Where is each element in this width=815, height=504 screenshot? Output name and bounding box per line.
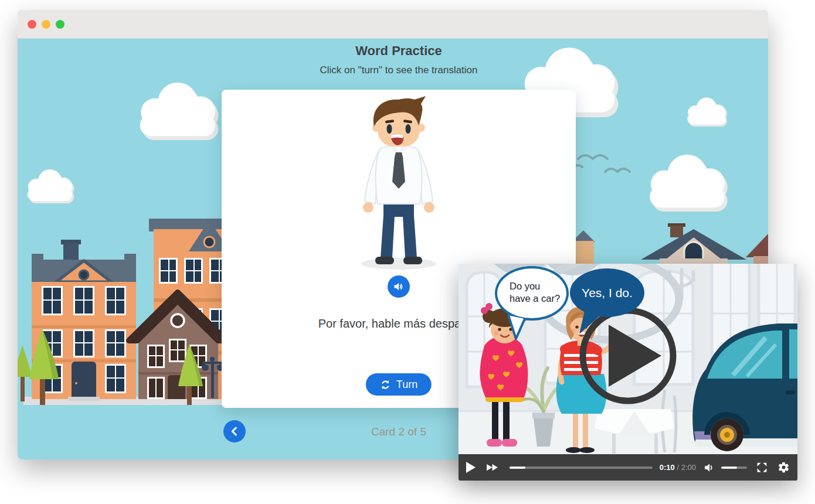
fast-forward-button[interactable] [485,463,500,472]
gear-icon [777,461,790,474]
screen: Word Practice Click on "turn" to see the… [0,0,815,504]
video-progress-fill [510,466,525,469]
turn-button-label: Turn [396,379,417,391]
cloud-illustration [681,96,732,127]
speech-bubble-tail [505,313,527,341]
speech-bubble-question: Do you have a car? [495,266,569,321]
close-window-button[interactable] [28,20,36,29]
time-duration: 2:00 [681,463,696,472]
refresh-icon [380,379,391,390]
cloud-illustration [21,167,79,203]
video-progress-bar[interactable] [510,466,653,469]
birds-illustration [575,147,639,179]
cityscape-illustration [18,210,230,406]
volume-fill [721,466,737,469]
turn-button[interactable]: Turn [366,373,432,396]
window-titlebar [18,10,768,39]
time-current: 0:10 [660,463,675,472]
cloud-illustration [638,151,736,212]
minimize-window-button[interactable] [42,20,50,29]
speaker-icon [393,281,405,292]
mute-button[interactable] [704,462,716,473]
play-button[interactable] [466,462,476,473]
cloud-illustration [128,79,227,140]
volume-slider[interactable] [721,466,747,469]
fast-forward-icon [485,463,500,472]
houses-illustration [572,223,768,265]
video-controls: 0:10 / 2:00 [459,454,797,481]
video-player: Do you have a car? Yes, I do. [459,264,797,481]
page-title: Word Practice [222,43,576,59]
time-separator: / [675,463,681,472]
play-icon [466,462,476,473]
fullscreen-button[interactable] [756,461,768,474]
man-illustration [345,95,453,271]
zoom-window-button[interactable] [56,20,64,29]
speech-bubble-answer: Yes, I do. [570,268,644,317]
expand-icon [756,461,768,474]
speaker-icon [704,462,716,473]
video-time-display: 0:10 / 2:00 [660,463,696,472]
settings-button[interactable] [777,461,790,474]
speech-bubble-question-text: Do you have a car? [510,280,562,305]
speech-bubble-answer-text: Yes, I do. [582,286,633,300]
page-subtitle: Click on "turn" to see the translation [163,64,634,76]
audio-button[interactable] [388,275,410,298]
speech-bubble-tail [577,307,600,336]
